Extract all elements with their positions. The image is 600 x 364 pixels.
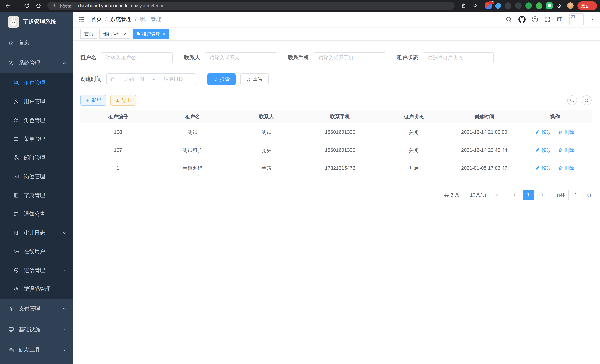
sidebar-item-error-code-management[interactable]: 错误码管理 bbox=[0, 280, 73, 299]
page-unit-label: 页 bbox=[587, 192, 592, 198]
tab-dept-management[interactable]: 部门管理 × bbox=[99, 29, 131, 39]
extension-icon[interactable] bbox=[546, 2, 553, 9]
delete-button[interactable]: 删除 bbox=[558, 129, 574, 135]
refresh-icon bbox=[246, 77, 251, 82]
screen: 不安全 dashboard.yudao.iocoder.cn/system/te… bbox=[0, 0, 600, 364]
share-icon[interactable] bbox=[459, 1, 469, 10]
bookmark-star-icon[interactable] bbox=[471, 1, 480, 10]
sidebar-item-dict-management[interactable]: 字典管理 bbox=[0, 186, 73, 205]
breadcrumb-system[interactable]: 系统管理 bbox=[110, 16, 131, 23]
table-row: 108 测试 测试 15601691300 关闭 2021-12-14 21:0… bbox=[80, 123, 592, 141]
sidebar-item-tenant-management[interactable]: 租户管理 bbox=[0, 74, 73, 92]
chevron-down-icon bbox=[494, 193, 499, 197]
refresh-table-button[interactable] bbox=[582, 95, 592, 105]
extension-icon[interactable]: 10 bbox=[485, 2, 492, 9]
sidebar-item-online-users[interactable]: 在线用户 bbox=[0, 242, 73, 261]
help-icon[interactable]: ? bbox=[532, 16, 538, 22]
header-search-icon[interactable] bbox=[505, 16, 512, 23]
github-icon[interactable] bbox=[518, 16, 525, 23]
sidebar-item-audit-log[interactable]: 审计日志 bbox=[0, 224, 73, 242]
export-button[interactable]: 导出 bbox=[110, 95, 136, 106]
sidebar-item-menu-management[interactable]: 菜单管理 bbox=[0, 130, 73, 149]
sidebar-item-notice[interactable]: 通知公告 bbox=[0, 205, 73, 223]
contact-input[interactable] bbox=[205, 52, 276, 64]
page-content: 租户名 联系人 联系手机 租户状态 bbox=[73, 41, 600, 364]
sidebar-item-sms-management[interactable]: 短信管理 bbox=[0, 261, 73, 280]
edit-button[interactable]: 修改 bbox=[535, 129, 551, 135]
phone-input[interactable] bbox=[314, 52, 385, 64]
create-time-label: 创建时间 bbox=[80, 75, 102, 83]
sidebar-item-payment-management[interactable]: ¥ 支付管理 bbox=[0, 299, 73, 319]
add-button[interactable]: 新增 bbox=[80, 95, 106, 106]
edit-button[interactable]: 修改 bbox=[535, 165, 551, 171]
extension-icon[interactable] bbox=[515, 2, 522, 9]
browser-update-button[interactable]: 更新 ⋮ bbox=[577, 1, 597, 10]
toggle-search-button[interactable] bbox=[567, 95, 577, 105]
status-select[interactable]: 请选择租户状态 bbox=[423, 52, 494, 64]
chevron-down-icon bbox=[62, 231, 67, 235]
back-icon[interactable] bbox=[3, 1, 12, 10]
tenant-name-label: 租户名 bbox=[80, 54, 96, 61]
sidebar-item-post-management[interactable]: 岗位管理 bbox=[0, 167, 73, 186]
extension-icon[interactable] bbox=[536, 2, 542, 9]
user-avatar[interactable] bbox=[569, 13, 584, 25]
column-header: 租户状态 bbox=[377, 110, 450, 123]
not-secure-icon bbox=[52, 3, 57, 8]
date-range-picker[interactable]: 开始日期 - 结束日期 bbox=[106, 74, 196, 85]
column-header: 操作 bbox=[518, 110, 592, 123]
org-tree-icon bbox=[13, 155, 19, 161]
prev-page-button[interactable] bbox=[510, 190, 519, 200]
extensions-puzzle-icon[interactable] bbox=[554, 1, 563, 10]
gear-icon bbox=[8, 60, 14, 66]
search-button[interactable]: 搜索 bbox=[207, 74, 236, 85]
fullscreen-icon[interactable] bbox=[544, 16, 551, 23]
table-row: 107 测试租户 秃头 15601691300 关闭 2021-12-14 20… bbox=[80, 141, 592, 159]
sidebar-item-infrastructure[interactable]: 基础设施 bbox=[0, 319, 73, 340]
tags-view-bar: 首页 部门管理 × 租户管理 × bbox=[73, 28, 600, 41]
sidebar-item-dev-tools[interactable]: 研发工具 bbox=[0, 340, 73, 361]
sidebar-item-dept-management[interactable]: 部门管理 bbox=[0, 149, 73, 167]
divider bbox=[75, 3, 75, 8]
close-icon[interactable]: × bbox=[162, 32, 165, 36]
reload-icon[interactable] bbox=[22, 1, 32, 10]
url-host: dashboard.yudao.iocoder.cn bbox=[78, 3, 136, 8]
address-bar[interactable]: 不安全 dashboard.yudao.iocoder.cn/system/te… bbox=[47, 2, 455, 10]
extension-icon[interactable] bbox=[494, 2, 502, 10]
status-label: 租户状态 bbox=[397, 54, 418, 61]
font-size-icon[interactable]: tT bbox=[557, 16, 562, 23]
sidebar-item-system-management[interactable]: 系统管理 bbox=[0, 53, 73, 74]
sidebar-item-home[interactable]: 首页 bbox=[0, 32, 73, 53]
sidebar-toggle-icon[interactable] bbox=[73, 16, 90, 23]
reset-button[interactable]: 重置 bbox=[240, 74, 268, 85]
end-date-placeholder[interactable]: 结束日期 bbox=[155, 76, 192, 83]
code-icon bbox=[13, 286, 19, 292]
next-page-button[interactable] bbox=[538, 190, 547, 200]
close-icon[interactable]: × bbox=[124, 32, 127, 36]
browser-profile-avatar[interactable] bbox=[567, 2, 574, 9]
edit-pencil-icon bbox=[535, 130, 540, 134]
list-icon bbox=[13, 136, 19, 142]
start-date-placeholder[interactable]: 开始日期 bbox=[116, 76, 152, 83]
filter-form: 租户名 联系人 联系手机 租户状态 bbox=[80, 46, 592, 85]
page-size-select[interactable]: 10条/页 bbox=[466, 190, 502, 200]
extension-badge: 10 bbox=[489, 0, 494, 4]
sidebar-item-user-management[interactable]: 用户管理 bbox=[0, 92, 73, 111]
sidebar-item-role-management[interactable]: 角色管理 bbox=[0, 111, 73, 130]
tab-home[interactable]: 首页 bbox=[80, 29, 97, 39]
trash-icon bbox=[558, 148, 563, 152]
tab-tenant-management[interactable]: 租户管理 × bbox=[133, 29, 169, 39]
tenant-name-input[interactable] bbox=[101, 52, 173, 64]
column-header: 创建时间 bbox=[450, 110, 518, 123]
browser-home-icon[interactable] bbox=[34, 1, 43, 10]
edit-button[interactable]: 修改 bbox=[535, 147, 551, 153]
breadcrumb-home[interactable]: 首页 bbox=[91, 16, 102, 23]
page-number-button[interactable]: 1 bbox=[523, 190, 534, 200]
browser-toolbar: 不安全 dashboard.yudao.iocoder.cn/system/te… bbox=[0, 0, 600, 11]
delete-button[interactable]: 删除 bbox=[558, 165, 574, 171]
extension-icon[interactable] bbox=[525, 2, 532, 9]
delete-button[interactable]: 删除 bbox=[558, 147, 574, 153]
caret-down-icon[interactable] bbox=[590, 17, 595, 22]
extension-icon[interactable] bbox=[505, 2, 511, 9]
menu-kebab-icon[interactable]: ⋮ bbox=[590, 3, 595, 8]
goto-page-input[interactable] bbox=[568, 190, 584, 200]
